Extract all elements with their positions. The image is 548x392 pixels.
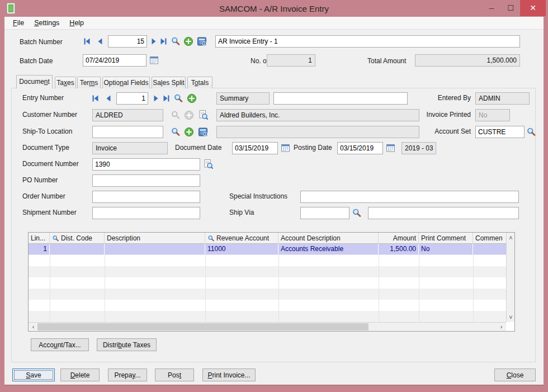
- prepay-button[interactable]: Prepay...: [108, 369, 147, 381]
- column-header-account-description[interactable]: Account Description: [278, 233, 379, 244]
- entry-number-input[interactable]: [116, 92, 148, 105]
- column-header-amount[interactable]: Amount: [379, 233, 419, 244]
- batch-nav-first-icon[interactable]: [83, 37, 93, 47]
- titlebar: SAMCOM - A/R Invoice Entry ─ ☐ ✕: [0, 0, 548, 17]
- batch-info-icon[interactable]: [197, 36, 207, 46]
- ship-via-finder-icon[interactable]: [352, 208, 362, 218]
- scroll-left-icon[interactable]: ‹: [29, 323, 37, 330]
- batch-date-input[interactable]: [83, 54, 147, 67]
- document-number-label: Document Number: [22, 160, 79, 168]
- document-number-input[interactable]: [92, 158, 200, 171]
- special-instructions-input[interactable]: [300, 191, 519, 203]
- ship-to-info-icon[interactable]: [198, 127, 208, 137]
- batch-date-calendar-icon[interactable]: [149, 55, 159, 65]
- grid-empty-row[interactable]: [29, 266, 506, 277]
- tab-totals[interactable]: Totals: [187, 77, 212, 88]
- menu-item-settings[interactable]: Settings: [29, 17, 64, 29]
- batch-number-input[interactable]: [108, 35, 147, 48]
- special-instructions-label: Special Instructions: [229, 192, 287, 201]
- account-set-finder-icon[interactable]: [526, 127, 536, 137]
- column-header-revenue-account[interactable]: Revenue Account: [205, 233, 278, 244]
- cell-line[interactable]: 1: [29, 244, 50, 254]
- ship-to-input[interactable]: [92, 126, 163, 138]
- posting-date-input[interactable]: [337, 142, 383, 154]
- posting-date-label: Posting Date: [294, 144, 332, 152]
- scroll-down-icon[interactable]: ˅: [507, 313, 515, 321]
- post-button[interactable]: Post: [155, 369, 194, 381]
- tab-terms[interactable]: Terms: [77, 77, 101, 88]
- revenue-account-finder-icon: [207, 235, 215, 242]
- print-invoice-button[interactable]: Print Invoice...: [202, 369, 256, 381]
- batch-new-icon[interactable]: [183, 36, 193, 46]
- cell-dist-code[interactable]: [50, 244, 105, 254]
- ship-to-new-icon[interactable]: [184, 127, 194, 137]
- grid-vertical-scrollbar[interactable]: ˄ ˅: [506, 233, 514, 322]
- ship-via-code-input[interactable]: [300, 207, 349, 219]
- cell-comment[interactable]: [473, 244, 506, 254]
- minimize-icon: ─: [482, 1, 501, 16]
- summary-input[interactable]: [273, 92, 408, 105]
- column-header-description[interactable]: Description: [105, 233, 205, 244]
- tab-sales-split[interactable]: Sales Split: [152, 77, 186, 88]
- ship-via-description-input[interactable]: [368, 207, 519, 219]
- batch-date-label: Batch Date: [20, 57, 53, 65]
- grid-empty-row[interactable]: [29, 255, 506, 266]
- distribute-taxes-button[interactable]: Distribute Taxes: [97, 338, 157, 351]
- order-number-input[interactable]: [92, 191, 200, 203]
- minimize-button[interactable]: ─: [482, 0, 501, 16]
- grid-empty-row[interactable]: [29, 277, 506, 289]
- scroll-right-icon[interactable]: ›: [497, 323, 506, 330]
- po-number-input[interactable]: [92, 174, 200, 187]
- cell-revenue-account[interactable]: 11000: [205, 244, 278, 254]
- cell-account-description[interactable]: Accounts Receivable: [278, 244, 379, 254]
- batch-finder-icon[interactable]: [171, 36, 181, 46]
- close-button[interactable]: ✕: [520, 0, 546, 16]
- tab-taxes[interactable]: Taxes: [55, 77, 76, 88]
- shipment-number-input[interactable]: [92, 207, 200, 219]
- close-icon: ✕: [520, 0, 546, 16]
- grid-empty-row[interactable]: [29, 300, 506, 311]
- document-number-drilldown-icon[interactable]: [203, 159, 213, 169]
- cell-print-comment[interactable]: No: [419, 244, 473, 254]
- grid-row-selected[interactable]: 1 11000 Accounts Receivable 1,500.00 No: [29, 244, 506, 255]
- account-set-input[interactable]: [475, 126, 525, 138]
- document-date-calendar-icon[interactable]: [281, 143, 291, 153]
- batch-nav-previous-icon[interactable]: [96, 37, 106, 47]
- menu-item-file[interactable]: File: [8, 17, 29, 29]
- column-header-print-comment[interactable]: Print Comment: [419, 233, 473, 244]
- save-button[interactable]: Save: [12, 369, 55, 381]
- delete-button[interactable]: Delete: [60, 369, 100, 381]
- column-header-line[interactable]: Lin...: [29, 233, 50, 244]
- cell-description[interactable]: [105, 244, 205, 254]
- invoice-printed-value: No: [475, 109, 510, 121]
- grid-empty-row[interactable]: [29, 311, 506, 322]
- document-type-label: Document Type: [22, 144, 69, 152]
- column-header-comment[interactable]: Commen: [473, 233, 506, 244]
- posting-date-calendar-icon[interactable]: [386, 143, 396, 153]
- menu-item-help[interactable]: Help: [64, 17, 89, 29]
- entry-nav-previous-icon[interactable]: [104, 94, 114, 104]
- ship-to-finder-icon[interactable]: [171, 127, 181, 137]
- entry-finder-icon[interactable]: [173, 93, 183, 103]
- entry-nav-first-icon[interactable]: [91, 94, 101, 104]
- entry-new-icon[interactable]: [187, 93, 197, 103]
- batch-description-input[interactable]: [215, 35, 520, 48]
- scrollbar-thumb[interactable]: [37, 323, 369, 330]
- tab-optional-fields[interactable]: Optional Fields: [102, 77, 150, 88]
- customer-drilldown-icon[interactable]: [198, 110, 208, 120]
- entry-nav-next-icon[interactable]: [152, 94, 162, 104]
- maximize-button[interactable]: ☐: [501, 0, 520, 16]
- account-tax-button[interactable]: Account/Tax...: [31, 338, 89, 351]
- column-header-dist-code[interactable]: Dist. Code: [50, 233, 105, 244]
- cell-amount[interactable]: 1,500.00: [379, 244, 419, 254]
- batch-nav-next-icon[interactable]: [149, 37, 159, 47]
- grid-line: [50, 255, 50, 322]
- grid-empty-row[interactable]: [29, 289, 506, 300]
- tab-document[interactable]: Document: [16, 75, 53, 88]
- document-date-input[interactable]: [232, 142, 278, 154]
- scroll-up-icon[interactable]: ˄: [507, 234, 515, 242]
- entry-nav-last-icon[interactable]: [162, 94, 172, 104]
- batch-nav-last-icon[interactable]: [159, 37, 169, 47]
- grid-horizontal-scrollbar[interactable]: ‹ ›: [29, 322, 506, 331]
- close-form-button[interactable]: Close: [494, 369, 536, 381]
